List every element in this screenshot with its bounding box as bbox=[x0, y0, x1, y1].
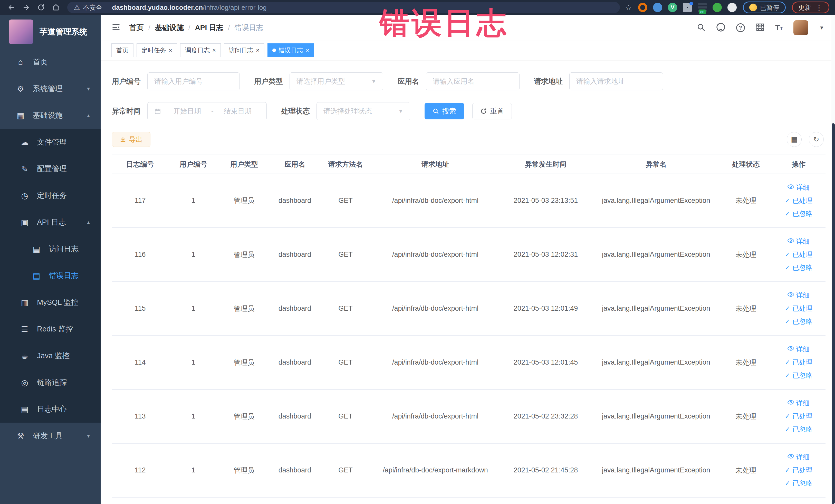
sidebar-item-error-log[interactable]: ▤错误日志 bbox=[0, 262, 101, 289]
sidebar-item-config-management[interactable]: ✎配置管理 bbox=[0, 156, 101, 182]
sidebar-item-redis-monitor[interactable]: ☰Redis 监控 bbox=[0, 316, 101, 343]
export-button[interactable]: 导出 bbox=[112, 132, 150, 147]
ignored-action-link[interactable]: ✓已忽略 bbox=[785, 479, 812, 488]
fullscreen-icon[interactable] bbox=[756, 23, 765, 33]
sidebar-item-mysql-monitor[interactable]: ▥MySQL 监控 bbox=[0, 289, 101, 316]
chevron-down-icon: ▾ bbox=[87, 85, 90, 92]
forward-icon[interactable] bbox=[21, 2, 32, 13]
sidebar-item-file-management[interactable]: ☁文件管理 bbox=[0, 129, 101, 156]
date-range-picker[interactable]: 开始日期 - 结束日期 bbox=[147, 102, 267, 120]
filter-row-1: 用户编号 用户类型 请选择用户类型 ▼ 应用名 bbox=[112, 73, 824, 90]
hamburger-icon[interactable] bbox=[111, 23, 121, 33]
scrollbar-track[interactable] bbox=[831, 15, 835, 504]
url-text: dashboard.yudao.iocoder.cn/infra/log/api… bbox=[112, 4, 267, 12]
tab-label: 调度日志 bbox=[185, 46, 210, 55]
profile-paused-pill[interactable]: 已暂停 bbox=[743, 2, 786, 13]
ignored-action-link[interactable]: ✓已忽略 bbox=[785, 425, 812, 434]
tab-scheduled-tasks[interactable]: 定时任务× bbox=[137, 43, 177, 57]
search-button[interactable]: 搜索 bbox=[425, 103, 464, 119]
avatar-caret-icon[interactable]: ▼ bbox=[819, 25, 824, 31]
browser-menu-icon[interactable]: ⋮ bbox=[815, 3, 823, 12]
cell-actions: 详细✓已处理✓已忽略 bbox=[772, 389, 826, 443]
ext-switch-icon[interactable]: on bbox=[698, 3, 707, 12]
reload-icon[interactable] bbox=[36, 2, 47, 13]
back-icon[interactable] bbox=[6, 2, 17, 13]
header-search-icon[interactable] bbox=[697, 23, 705, 33]
processed-action-link[interactable]: ✓已处理 bbox=[785, 196, 812, 205]
cell-id: 112 bbox=[112, 443, 168, 497]
user-type-select[interactable]: 请选择用户类型 ▼ bbox=[289, 73, 383, 90]
processed-action-link[interactable]: ✓已处理 bbox=[785, 250, 812, 259]
processed-action-link[interactable]: ✓已处理 bbox=[785, 358, 812, 367]
font-size-icon[interactable]: TT bbox=[775, 23, 782, 32]
app-name-input-field[interactable] bbox=[433, 78, 513, 85]
help-icon[interactable]: ? bbox=[736, 23, 745, 32]
ignored-action-link[interactable]: ✓已忽略 bbox=[785, 371, 812, 380]
detail-action-link[interactable]: 详细 bbox=[788, 183, 810, 192]
scrollbar-thumb[interactable] bbox=[832, 123, 835, 504]
detail-action-link[interactable]: 详细 bbox=[788, 399, 810, 408]
tab-schedule-log[interactable]: 调度日志× bbox=[180, 43, 221, 57]
detail-action-link[interactable]: 详细 bbox=[788, 452, 810, 462]
sidebar-item-home[interactable]: ⌂首页 bbox=[0, 49, 101, 76]
close-icon[interactable]: × bbox=[306, 47, 309, 54]
sidebar-item-scheduled-tasks[interactable]: ◷定时任务 bbox=[0, 182, 101, 209]
breadcrumb-item[interactable]: 首页 bbox=[129, 23, 144, 33]
address-bar[interactable]: ⚠ 不安全 dashboard.yudao.iocoder.cn/infra/l… bbox=[67, 2, 620, 13]
app-logo[interactable]: 芋道管理系统 bbox=[0, 15, 101, 49]
ext-blue-shield-icon[interactable] bbox=[653, 3, 662, 12]
request-url-input-field[interactable] bbox=[576, 78, 656, 85]
ext-grid-icon[interactable] bbox=[683, 3, 692, 12]
tab-error-log[interactable]: 错误日志× bbox=[267, 43, 314, 57]
action-label: 已处理 bbox=[792, 412, 812, 421]
tab-label: 定时任务 bbox=[141, 46, 166, 55]
date-end-placeholder[interactable]: 结束日期 bbox=[216, 106, 260, 116]
processed-action-link[interactable]: ✓已处理 bbox=[785, 412, 812, 421]
sidebar-item-api-log[interactable]: ▣API 日志▴ bbox=[0, 209, 101, 236]
chrome-update-button[interactable]: 更新 ⋮ bbox=[792, 2, 829, 13]
detail-action-link[interactable]: 详细 bbox=[788, 345, 810, 354]
sidebar-item-label: 系统管理 bbox=[33, 84, 63, 94]
request-url-input[interactable] bbox=[569, 73, 663, 90]
tab-home[interactable]: 首页 bbox=[111, 43, 134, 57]
sidebar-item-infrastructure[interactable]: ▦基础设施▴ bbox=[0, 102, 101, 129]
sidebar-item-java-monitor[interactable]: ☕Java 监控 bbox=[0, 343, 101, 369]
home-button-icon[interactable] bbox=[50, 2, 62, 13]
user-id-input-field[interactable] bbox=[154, 78, 233, 85]
ext-vue-devtools-icon[interactable]: V bbox=[668, 3, 677, 12]
process-status-select[interactable]: 请选择处理状态 ▼ bbox=[317, 102, 410, 120]
breadcrumb-item[interactable]: 基础设施 bbox=[155, 23, 184, 33]
breadcrumb-item[interactable]: API 日志 bbox=[195, 23, 223, 33]
cell-app-name: dashboard bbox=[270, 443, 320, 497]
sidebar-item-log-center[interactable]: ▤日志中心 bbox=[0, 396, 101, 423]
bookmark-star-icon[interactable]: ☆ bbox=[625, 3, 632, 12]
columns-icon[interactable]: ▦ bbox=[787, 132, 802, 147]
github-icon[interactable] bbox=[716, 23, 726, 33]
ext-green-plant-icon[interactable] bbox=[713, 3, 722, 12]
reset-button[interactable]: 重置 bbox=[472, 103, 512, 119]
processed-action-link[interactable]: ✓已处理 bbox=[785, 466, 812, 475]
ignored-action-link[interactable]: ✓已忽略 bbox=[785, 263, 812, 272]
ext-puzzle-icon[interactable] bbox=[728, 3, 737, 12]
sidebar-item-trace[interactable]: ◎链路追踪 bbox=[0, 369, 101, 396]
sidebar-item-dev-tools[interactable]: ⚒研发工具▾ bbox=[0, 423, 101, 449]
sidebar-item-access-log[interactable]: ▤访问日志 bbox=[0, 236, 101, 262]
detail-action-link[interactable]: 详细 bbox=[788, 237, 810, 246]
detail-action-link[interactable]: 详细 bbox=[788, 291, 810, 300]
tab-access-log[interactable]: 访问日志× bbox=[224, 43, 264, 57]
sidebar-item-system-management[interactable]: ⚙系统管理▾ bbox=[0, 76, 101, 102]
ext-orange-ring-icon[interactable] bbox=[638, 3, 647, 12]
user-avatar[interactable] bbox=[793, 20, 808, 35]
close-icon[interactable]: × bbox=[169, 47, 172, 54]
refresh-icon[interactable]: ↻ bbox=[809, 132, 824, 147]
date-start-placeholder[interactable]: 开始日期 bbox=[165, 106, 209, 116]
cell-method: GET bbox=[320, 389, 371, 443]
cell-user-type: 管理员 bbox=[219, 282, 270, 336]
user-id-input[interactable] bbox=[147, 73, 240, 90]
close-icon[interactable]: × bbox=[212, 47, 216, 54]
ignored-action-link[interactable]: ✓已忽略 bbox=[785, 317, 812, 326]
close-icon[interactable]: × bbox=[256, 47, 260, 54]
app-name-input[interactable] bbox=[426, 73, 520, 90]
processed-action-link[interactable]: ✓已处理 bbox=[785, 304, 812, 313]
ignored-action-link[interactable]: ✓已忽略 bbox=[785, 209, 812, 218]
